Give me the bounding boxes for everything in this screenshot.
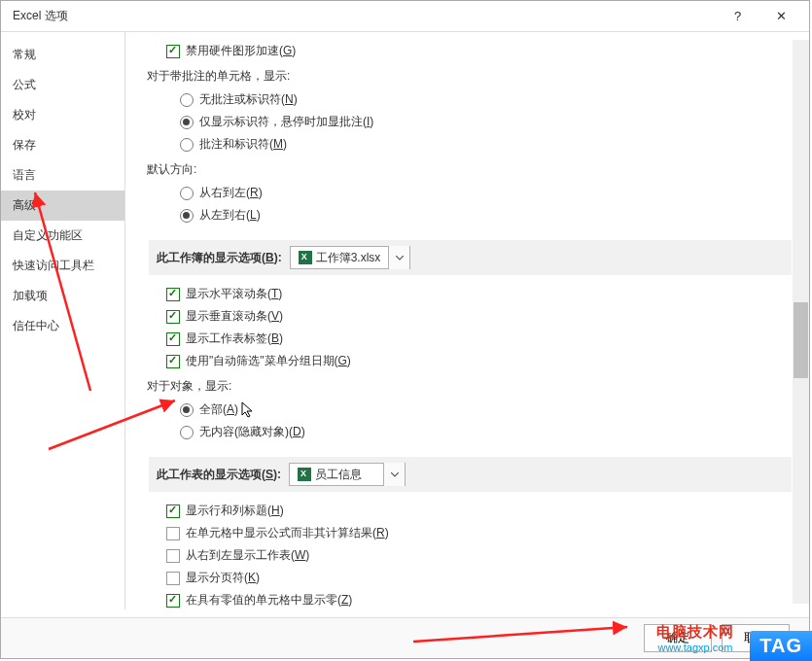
comment-both-radio[interactable]: 批注和标识符(M) [180, 133, 792, 156]
show-headers-checkbox[interactable]: 显示行和列标题(H) [166, 500, 792, 522]
radio-checked-icon [180, 403, 194, 417]
worksheet-select[interactable]: 员工信息 [289, 463, 406, 486]
workbook-display-group: 此工作簿的显示选项(B): 工作簿3.xlsx [149, 240, 792, 275]
checkbox-checked-icon [166, 355, 180, 368]
content-panel: 禁用硬件图形加速(G) 对于带批注的单元格，显示: 无批注或标识符(N) 仅显示… [133, 40, 792, 609]
sidebar-item-save[interactable]: 保存 [1, 130, 124, 160]
chevron-down-icon [383, 463, 405, 486]
sidebar-item-language[interactable]: 语言 [1, 160, 124, 191]
window-title: Excel 选项 [7, 8, 68, 24]
worksheet-display-group: 此工作表的显示选项(S): 员工信息 [149, 457, 792, 492]
scroll-thumb[interactable] [794, 302, 808, 378]
chevron-down-icon [388, 246, 409, 269]
help-button[interactable]: ? [716, 2, 759, 31]
radio-icon [180, 187, 194, 200]
checkbox-checked-icon [166, 594, 180, 608]
titlebar: Excel 选项 ? ✕ [1, 1, 809, 32]
objects-heading: 对于对象，显示: [147, 378, 792, 395]
disable-hw-accel-checkbox[interactable]: 禁用硬件图形加速(G) [166, 40, 792, 62]
sidebar-item-advanced[interactable]: 高级 [1, 191, 124, 221]
show-v-scroll-checkbox[interactable]: 显示垂直滚动条(V) [166, 305, 792, 328]
sidebar-item-general[interactable]: 常规 [1, 40, 124, 70]
radio-icon [180, 93, 194, 107]
checkbox-checked-icon [166, 288, 180, 301]
comment-indicator-radio[interactable]: 仅显示标识符，悬停时加显批注(I) [180, 111, 792, 133]
workbook-select[interactable]: 工作簿3.xlsx [290, 246, 411, 269]
ok-button[interactable]: 确定 [644, 624, 712, 652]
dir-rtl-radio[interactable]: 从右到左(R) [180, 182, 792, 204]
sidebar-item-addins[interactable]: 加载项 [1, 281, 124, 311]
vertical-scrollbar[interactable] [793, 40, 809, 604]
checkbox-icon [166, 572, 180, 585]
comment-none-radio[interactable]: 无批注或标识符(N) [180, 88, 792, 111]
objects-none-radio[interactable]: 无内容(隐藏对象)(D) [180, 421, 792, 443]
excel-file-icon [299, 251, 312, 264]
excel-sheet-icon [298, 468, 311, 481]
show-formulas-checkbox[interactable]: 在单元格中显示公式而非其计算结果(R) [166, 522, 792, 544]
radio-checked-icon [180, 116, 194, 129]
autofilter-group-checkbox[interactable]: 使用"自动筛选"菜单分组日期(G) [166, 350, 792, 372]
checkbox-checked-icon [166, 45, 180, 58]
checkbox-checked-icon [166, 310, 180, 324]
radio-icon [180, 426, 194, 439]
sidebar-item-trust-center[interactable]: 信任中心 [1, 311, 124, 341]
objects-all-radio[interactable]: 全部(A) [180, 399, 792, 421]
checkbox-checked-icon [166, 504, 180, 518]
checkbox-icon [166, 527, 180, 540]
show-zeros-checkbox[interactable]: 在具有零值的单元格中显示零(Z) [166, 589, 792, 609]
default-dir-heading: 默认方向: [147, 161, 792, 178]
sidebar-item-customize-ribbon[interactable]: 自定义功能区 [1, 221, 124, 251]
sidebar-nav: 常规 公式 校对 保存 语言 高级 自定义功能区 快速访问工具栏 加载项 信任中… [1, 32, 125, 609]
radio-checked-icon [180, 209, 194, 223]
dir-ltr-radio[interactable]: 从左到右(L) [180, 204, 792, 226]
radio-icon [180, 138, 194, 152]
show-tabs-checkbox[interactable]: 显示工作表标签(B) [166, 328, 792, 350]
close-button[interactable]: ✕ [759, 2, 803, 31]
comment-cell-heading: 对于带批注的单元格，显示: [147, 68, 792, 85]
tag-badge: TAG [750, 631, 812, 661]
dialog-footer: 确定 取消 [1, 617, 809, 658]
show-h-scroll-checkbox[interactable]: 显示水平滚动条(T) [166, 283, 792, 305]
sidebar-item-formulas[interactable]: 公式 [1, 70, 124, 100]
sidebar-item-proofing[interactable]: 校对 [1, 100, 124, 130]
show-pagebreaks-checkbox[interactable]: 显示分页符(K) [166, 567, 792, 589]
rtl-sheet-checkbox[interactable]: 从右到左显示工作表(W) [166, 544, 792, 567]
checkbox-checked-icon [166, 332, 180, 346]
checkbox-icon [166, 549, 180, 563]
sidebar-item-quick-access[interactable]: 快速访问工具栏 [1, 251, 124, 281]
